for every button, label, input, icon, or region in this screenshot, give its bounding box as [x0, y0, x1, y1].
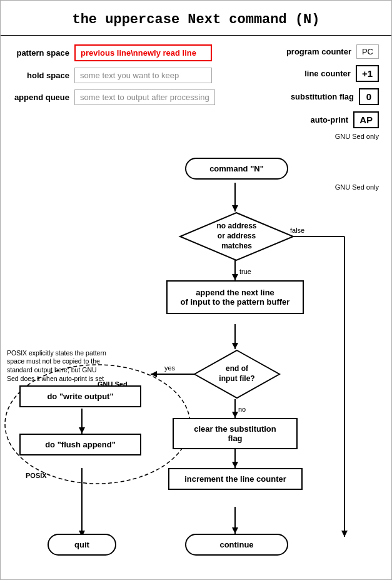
pattern-space-row: pattern space previous line\nnewly read … [13, 44, 215, 61]
program-counter-label: program counter [286, 47, 351, 56]
increment-counter-node: increment the line counter [168, 468, 303, 490]
quit-node: quit [48, 534, 116, 556]
pattern-space-value: previous line\nnewly read line [74, 44, 212, 61]
page: the uppercase Next command (N) pattern s… [0, 0, 392, 580]
append-next-node: append the next line of input to the pat… [166, 280, 304, 314]
svg-text:yes: yes [164, 364, 176, 372]
continue-node: continue [185, 534, 288, 556]
gnu-sed-only-note: GNU Sed only [335, 132, 379, 141]
hold-space-label: hold space [13, 71, 69, 80]
auto-print-label: auto-print [311, 115, 349, 125]
write-output-node: do "write output" [19, 385, 141, 407]
svg-marker-10 [232, 343, 238, 349]
auto-print-value: AP [353, 111, 379, 128]
line-counter-value: +1 [356, 65, 379, 82]
posix-label: POSIX [26, 472, 47, 479]
svg-text:no: no [238, 405, 246, 413]
svg-marker-1 [232, 205, 238, 211]
append-queue-value: some text to output after processing [74, 89, 215, 105]
end-of-input-label: end of input file? [219, 364, 254, 384]
command-n-node: command "N" [185, 158, 288, 180]
flush-append-node: do "flush append" [19, 434, 141, 455]
program-counter-value: PC [356, 44, 379, 59]
posix-annotation: POSIX explicitly states the pattern spac… [7, 349, 107, 384]
clear-flag-node: clear the substitution flag [173, 418, 298, 449]
substitution-flag-value: 0 [359, 88, 379, 105]
svg-marker-7 [341, 531, 348, 537]
auto-print-row: auto-print AP [311, 111, 379, 128]
page-title: the uppercase Next command (N) [1, 1, 391, 36]
svg-marker-12 [151, 371, 157, 377]
no-address-diamond: no address or address matches [179, 211, 294, 262]
svg-marker-22 [79, 427, 85, 434]
svg-marker-20 [232, 527, 238, 534]
program-counter-row: program counter PC [286, 44, 379, 59]
svg-text:true: true [239, 268, 251, 275]
substitution-flag-label: substitution flag [291, 92, 354, 101]
svg-marker-18 [232, 462, 238, 468]
append-queue-label: append queue [13, 93, 69, 102]
substitution-flag-row: substitution flag 0 [291, 88, 379, 105]
line-counter-label: line counter [304, 69, 351, 78]
svg-marker-3 [232, 274, 238, 280]
right-registers: program counter PC line counter +1 subst… [286, 44, 379, 141]
flowchart: true false yes no [1, 149, 392, 574]
line-counter-row: line counter +1 [304, 65, 379, 82]
svg-marker-15 [232, 412, 238, 418]
append-queue-row: append queue some text to output after p… [13, 89, 215, 105]
hold-space-value: some text you want to keep [74, 68, 212, 83]
pattern-space-label: pattern space [13, 48, 69, 58]
hold-space-row: hold space some text you want to keep [13, 68, 215, 83]
info-section: pattern space previous line\nnewly read … [1, 36, 391, 146]
left-registers: pattern space previous line\nnewly read … [13, 44, 215, 141]
end-of-input-diamond: end of input file? [193, 349, 281, 399]
no-address-label: no address or address matches [216, 221, 256, 251]
